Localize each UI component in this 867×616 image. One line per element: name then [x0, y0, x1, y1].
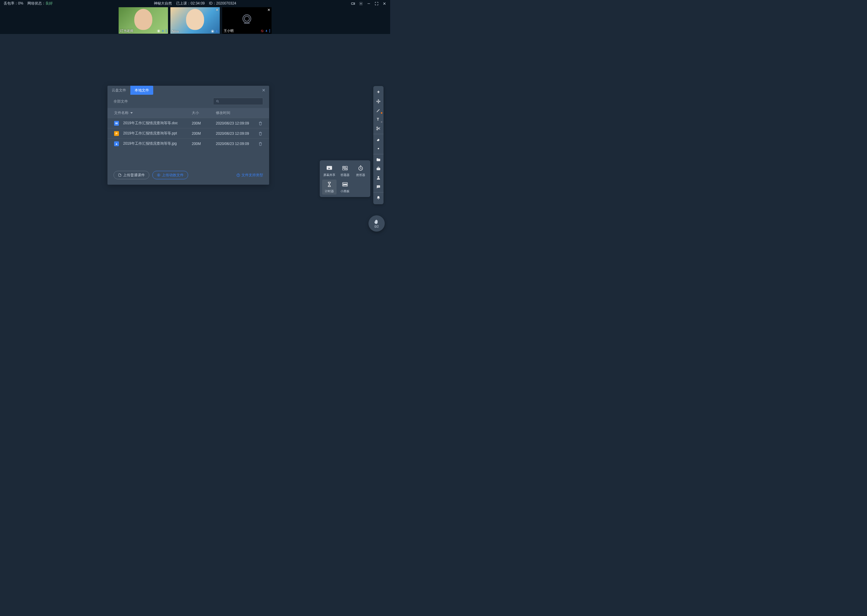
svg-rect-22 — [326, 166, 332, 170]
video-bar: 叮当老师 ✕ Nina ✕ 王小明 — [0, 7, 390, 34]
participant-name: 王小明 — [224, 28, 233, 33]
elapsed-time: 已上课：02:34:09 — [176, 1, 205, 6]
svg-rect-24 — [345, 167, 347, 168]
svg-point-37 — [378, 186, 378, 187]
file-time: 2020/06/23 12:09:09 — [216, 121, 258, 126]
header-center: 神秘大自然 已上课：02:34:09 ID：2020070324 — [154, 1, 236, 6]
file-row[interactable]: ▲2019年工作汇报情况查询等等.jpg200M2020/06/23 12:09… — [107, 138, 269, 149]
packet-loss: 丢包率：0% — [4, 1, 23, 6]
file-dialog: 云盘文件 本地文件 ✕ 全部文件 文件名称 大小 修改时间 W2019年工作汇报… — [107, 86, 269, 185]
upload-dynamic-button[interactable]: 上传动效文件 — [152, 171, 188, 179]
svg-point-33 — [378, 148, 379, 149]
svg-rect-15 — [266, 30, 267, 31]
svg-point-8 — [212, 31, 213, 32]
hand-icon — [374, 218, 380, 225]
dialog-footer: 上传普通课件 上传动效文件 文件支持类型 — [107, 167, 269, 185]
raise-hand-button[interactable]: 0/2 — [369, 215, 385, 232]
tool-move[interactable] — [373, 97, 383, 106]
class-title: 神秘大自然 — [154, 1, 172, 6]
svg-line-17 — [218, 102, 219, 103]
file-type-icon: W — [114, 121, 119, 126]
delete-icon[interactable] — [258, 132, 263, 136]
all-files-label[interactable]: 全部文件 — [113, 99, 128, 104]
tool-folder[interactable] — [373, 155, 383, 164]
svg-rect-7 — [162, 30, 164, 31]
file-row[interactable]: W2019年工作汇报情况查询等等.doc200M2020/06/23 12:09… — [107, 118, 269, 128]
delete-icon[interactable] — [258, 141, 263, 146]
tool-responder[interactable]: 抢答器 — [353, 163, 368, 178]
tool-scissors[interactable] — [373, 124, 383, 133]
raise-hand-count: 0/2 — [375, 225, 379, 228]
session-id: ID：2020070324 — [209, 1, 236, 6]
tool-blackboard[interactable]: 2+3 小黑板 — [338, 179, 352, 195]
network-status: 网络状态：良好 — [27, 1, 53, 6]
video-close-icon[interactable]: ✕ — [267, 8, 270, 12]
svg-rect-34 — [377, 168, 380, 170]
column-size[interactable]: 大小 — [192, 110, 216, 115]
video-close-icon[interactable]: ✕ — [216, 8, 219, 12]
search-input[interactable] — [213, 98, 263, 105]
svg-point-32 — [377, 129, 378, 130]
camera-icon[interactable] — [351, 2, 355, 6]
file-size: 200M — [192, 141, 216, 146]
svg-text:2+3: 2+3 — [343, 183, 347, 186]
file-row[interactable]: P2019年工作汇报情况查询等等.ppt200M2020/06/23 12:09… — [107, 128, 269, 138]
document-icon — [118, 173, 121, 177]
video-tile[interactable]: ✕ 王小明 — [222, 7, 271, 34]
mic-status — [157, 29, 167, 33]
play-circle-icon — [157, 173, 161, 177]
delete-icon[interactable] — [258, 121, 263, 126]
svg-rect-0 — [351, 3, 354, 5]
tool-user[interactable] — [373, 173, 383, 182]
tool-toolbox[interactable] — [373, 164, 383, 173]
svg-point-31 — [377, 127, 378, 128]
file-name: 2019年工作汇报情况查询等等.jpg — [123, 141, 177, 146]
video-tile[interactable]: 叮当老师 — [118, 7, 168, 34]
tool-dot[interactable] — [373, 144, 383, 153]
close-icon[interactable] — [382, 2, 386, 6]
settings-icon[interactable] — [359, 2, 363, 6]
column-name[interactable]: 文件名称 — [114, 110, 192, 115]
svg-point-16 — [216, 100, 218, 102]
header-left: 丢包率：0% 网络状态：良好 — [4, 1, 53, 6]
svg-point-1 — [360, 3, 361, 4]
participant-name: Nina — [172, 30, 179, 33]
dialog-tabs: 云盘文件 本地文件 ✕ — [107, 86, 269, 95]
tool-screen-share[interactable]: 屏幕共享 — [322, 163, 337, 178]
tab-local-files[interactable]: 本地文件 — [130, 86, 153, 95]
mic-status — [211, 30, 218, 33]
minimize-icon[interactable] — [367, 2, 371, 6]
camera-off-icon — [241, 13, 253, 25]
search-icon — [216, 99, 219, 103]
svg-point-5 — [158, 30, 159, 31]
file-type-icon: P — [114, 131, 119, 136]
file-name: 2019年工作汇报情况查询等等.doc — [123, 121, 178, 126]
app-header: 丢包率：0% 网络状态：良好 神秘大自然 已上课：02:34:09 ID：202… — [0, 0, 390, 7]
upload-normal-button[interactable]: 上传普通课件 — [113, 171, 149, 179]
tool-bell[interactable] — [373, 193, 383, 203]
tool-answer[interactable]: 答题器 — [338, 163, 352, 178]
svg-point-21 — [238, 174, 238, 174]
svg-rect-25 — [342, 168, 345, 170]
tool-timer[interactable]: 计时器 — [322, 179, 337, 195]
tool-chat[interactable] — [373, 182, 383, 191]
teaching-tools-popup: 屏幕共享 答题器 抢答器 计时器 2+3 小黑板 — [320, 160, 370, 197]
tool-eraser[interactable] — [373, 135, 383, 144]
tool-pen[interactable] — [373, 106, 383, 115]
header-right — [351, 2, 386, 6]
file-support-link[interactable]: 文件支持类型 — [236, 173, 263, 178]
video-tile[interactable]: ✕ Nina — [170, 7, 220, 34]
dialog-close-icon[interactable]: ✕ — [258, 88, 269, 93]
file-size: 200M — [192, 132, 216, 136]
mic-status — [260, 29, 270, 33]
participant-name: 叮当老师 — [120, 28, 133, 33]
tool-text[interactable]: T — [373, 115, 383, 124]
sort-caret-icon — [130, 112, 133, 114]
fullscreen-icon[interactable] — [375, 2, 379, 6]
column-time[interactable]: 修改时间 — [216, 110, 263, 115]
tab-cloud-files[interactable]: 云盘文件 — [107, 86, 130, 95]
file-time: 2020/06/23 12:09:09 — [216, 141, 258, 146]
svg-point-11 — [244, 16, 249, 21]
svg-text:T: T — [377, 117, 379, 121]
tool-pointer[interactable] — [373, 88, 383, 97]
